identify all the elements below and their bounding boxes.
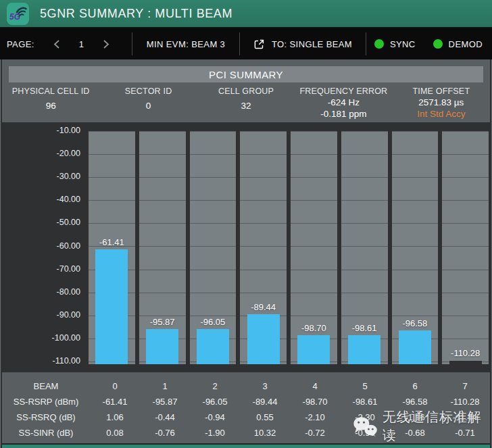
y-axis-tick: -50.00 — [13, 218, 80, 227]
y-axis-tick: -30.00 — [13, 172, 80, 181]
table-row-label: BEAM — [2, 381, 90, 391]
table-cell: 0 — [90, 381, 140, 391]
table-cell: -0.44 — [140, 412, 190, 422]
y-axis-tick: -20.00 — [13, 149, 80, 158]
to-single-beam-button[interactable]: TO: SINGLE BEAM — [240, 28, 366, 59]
table-cell: -96.58 — [390, 397, 440, 407]
min-evm-label: MIN EVM: BEAM 3 — [147, 39, 226, 49]
page-title: 5GNR SUMMARY : MULTI BEAM — [40, 7, 232, 21]
beam-rsrp-chart: -10.00-20.00-30.00-40.00-50.00-60.00-70.… — [2, 122, 490, 372]
y-axis-tick: -100.00 — [13, 333, 80, 343]
beam-column: -95.87 — [139, 131, 186, 364]
page-next-button[interactable] — [101, 38, 111, 51]
table-cell: -61.41 — [90, 397, 140, 407]
table-cell: 1 — [140, 381, 190, 391]
bar-value-label: -95.87 — [139, 317, 186, 327]
pci-field-value: 96 — [46, 101, 56, 111]
rsrp-bar — [399, 330, 431, 364]
table-cell: -0.90 — [340, 428, 390, 438]
table-cell: -98.61 — [340, 397, 390, 407]
chevron-right-icon — [103, 39, 109, 49]
plot-area: -61.41-95.87-96.05-89.44-98.70-98.61-96.… — [89, 131, 489, 364]
table-cell: -2.10 — [290, 412, 340, 422]
beam-column: -98.61 — [341, 131, 388, 364]
table-cell: 3 — [240, 381, 290, 391]
clipped-bar-notch — [449, 361, 482, 364]
beam-column: -61.41 — [89, 131, 135, 364]
table-cell: 10.32 — [240, 428, 290, 438]
pci-field-label: PHYSICAL CELL ID — [12, 86, 90, 96]
min-evm-button[interactable]: MIN EVM: BEAM 3 — [132, 28, 239, 59]
status-indicators: SYNC DEMOD — [366, 28, 492, 59]
pci-field-label: FREQUENCY ERROR — [299, 86, 387, 96]
table-cell: -1.16 — [390, 412, 440, 422]
table-cell: -0.71 — [440, 428, 490, 438]
svg-text:5G: 5G — [9, 12, 20, 22]
title-bar: 5G 5GNR SUMMARY : MULTI BEAM — [0, 0, 492, 28]
y-axis-tick: -40.00 — [13, 195, 80, 204]
pci-field: TIME OFFSET2571.83 µsInt Std Accy — [393, 85, 490, 122]
table-row-label: SS-SINR (dB) — [2, 428, 90, 438]
5g-logo-icon: 5G — [7, 3, 29, 25]
pci-field: SECTOR ID0 — [99, 85, 197, 122]
rsrp-bar — [297, 335, 330, 364]
bar-value-label: -89.44 — [240, 302, 287, 312]
rsrp-bar — [146, 329, 178, 364]
page-prev-button[interactable] — [52, 38, 62, 51]
table-cell: -110.28 — [440, 397, 490, 407]
table-row-label: SS-RSRP (dBm) — [2, 397, 90, 407]
sync-status-dot-icon — [374, 39, 384, 49]
bar-value-label: -98.70 — [291, 323, 337, 333]
beam-column: -96.58 — [392, 131, 439, 364]
pci-summary-header: PCI SUMMARY — [9, 66, 483, 82]
table-cell: -11.44 — [440, 412, 490, 422]
y-axis: -10.00-20.00-30.00-40.00-50.00-60.00-70.… — [2, 122, 83, 372]
table-cell: -1.90 — [190, 428, 240, 438]
rsrp-bar — [197, 329, 229, 364]
page-number: 1 — [79, 39, 84, 49]
page-label: PAGE: — [7, 39, 34, 49]
y-axis-tick: -70.00 — [13, 264, 80, 274]
demod-status-dot-icon — [433, 39, 443, 49]
pci-field-label: CELL GROUP — [218, 86, 274, 96]
pci-field-value: -624 Hz — [328, 97, 360, 107]
app-window: 5G 5GNR SUMMARY : MULTI BEAM PAGE: 1 MIN… — [0, 0, 492, 448]
table-cell: -0.68 — [390, 428, 440, 438]
sync-status-label: SYNC — [390, 39, 416, 49]
pci-summary-section: PCI SUMMARY PHYSICAL CELL ID96SECTOR ID0… — [2, 59, 490, 122]
table-cell: -0.76 — [140, 428, 190, 438]
bar-value-label: -96.05 — [190, 317, 237, 327]
pci-field-value: 2571.83 µs — [418, 97, 464, 107]
pci-field-value: -0.181 ppm — [320, 109, 366, 119]
y-axis-tick: -80.00 — [13, 287, 80, 297]
bar-value-label: -98.61 — [341, 323, 388, 333]
rsrp-bar — [95, 249, 128, 364]
table-cell: -2.30 — [340, 412, 390, 422]
table-cell: -98.70 — [290, 397, 340, 407]
table-cell: 2 — [190, 381, 240, 391]
page-controls: PAGE: 1 — [0, 28, 132, 59]
y-axis-tick: -110.00 — [13, 356, 80, 366]
external-link-icon — [253, 39, 265, 50]
beam-column: -98.70 — [291, 131, 337, 364]
table-cell: 7 — [440, 381, 490, 391]
table-cell: -89.44 — [240, 397, 290, 407]
beam-column: -89.44 — [240, 131, 287, 364]
table-cell: 6 — [390, 381, 440, 391]
pci-field: CELL GROUP32 — [197, 85, 295, 122]
bottom-accent-strip — [2, 443, 490, 448]
pci-field-value: 32 — [241, 101, 251, 111]
pci-fields: PHYSICAL CELL ID96SECTOR ID0CELL GROUP32… — [2, 85, 490, 122]
bar-value-label: -96.58 — [392, 318, 439, 328]
bar-value-label: -110.28 — [442, 348, 489, 358]
pci-field: FREQUENCY ERROR-624 Hz-0.181 ppm — [295, 85, 392, 122]
table-cell: 0.08 — [90, 428, 140, 438]
beam-results-table: BEAM01234567SS-RSRP (dBm)-61.41-95.87-96… — [2, 372, 490, 443]
table-cell: 0.55 — [240, 412, 290, 422]
table-cell: 1.06 — [90, 412, 140, 422]
table-cell: -0.94 — [190, 412, 240, 422]
rsrp-bar — [247, 314, 280, 364]
pci-field-value: 0 — [146, 101, 151, 111]
demod-status: DEMOD — [433, 39, 483, 49]
chevron-left-icon — [53, 39, 60, 49]
